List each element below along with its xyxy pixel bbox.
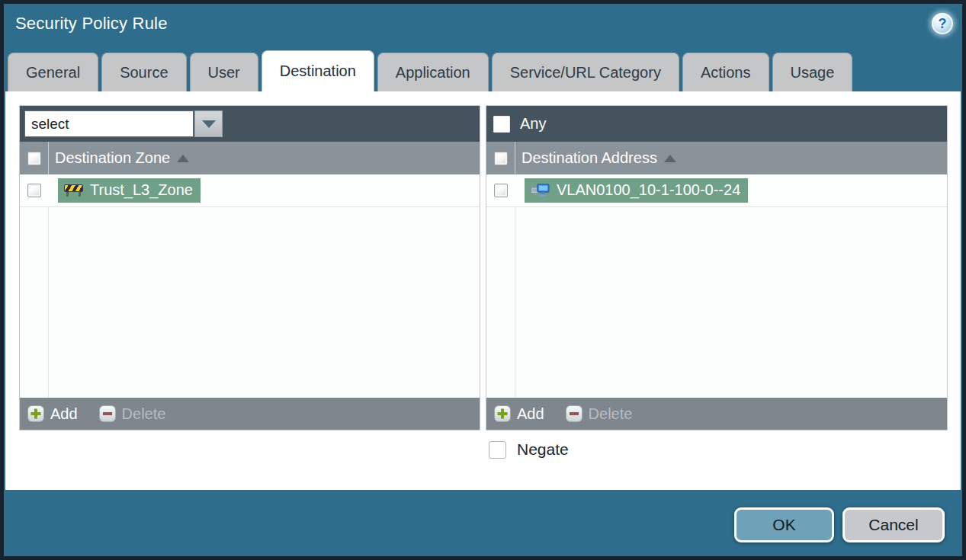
tab-usage[interactable]: Usage bbox=[772, 53, 853, 91]
table-row[interactable]: Trust_L3_Zone bbox=[20, 174, 480, 207]
address-name: VLAN0100_10-1-100-0--24 bbox=[557, 181, 740, 199]
delete-label: Delete bbox=[589, 405, 633, 423]
dropdown-arrow-glyph bbox=[202, 120, 216, 128]
minus-icon bbox=[566, 405, 582, 422]
minus-icon bbox=[99, 405, 116, 422]
column-divider bbox=[515, 174, 515, 398]
zone-table-body: Trust_L3_Zone bbox=[20, 174, 480, 398]
question-mark-glyph: ? bbox=[939, 17, 947, 30]
zone-column-header: Destination Zone bbox=[20, 142, 480, 174]
tab-source[interactable]: Source bbox=[101, 53, 186, 91]
cancel-button[interactable]: Cancel bbox=[842, 507, 945, 542]
any-row: Any bbox=[486, 115, 546, 133]
add-label: Add bbox=[50, 405, 78, 423]
destination-zone-panel: Destination Zone Trust_L3_Zone Add bbox=[19, 105, 480, 430]
column-header-destination-address[interactable]: Destination Address bbox=[522, 149, 657, 167]
destination-address-panel: Any Destination Address bbox=[486, 105, 948, 430]
address-panel-footer: Add Delete bbox=[486, 398, 947, 430]
zone-panel-footer: Add Delete bbox=[20, 398, 480, 430]
negate-label: Negate bbox=[517, 440, 569, 459]
zone-name: Trust_L3_Zone bbox=[90, 181, 193, 199]
zone-chip[interactable]: Trust_L3_Zone bbox=[58, 178, 201, 203]
help-icon[interactable]: ? bbox=[932, 13, 953, 34]
add-zone-button[interactable]: Add bbox=[27, 405, 78, 423]
security-policy-rule-dialog: Security Policy Rule ? General Source Us… bbox=[0, 0, 966, 560]
zone-select-combo bbox=[24, 110, 223, 137]
column-divider bbox=[48, 142, 49, 174]
zone-select-input[interactable] bbox=[24, 110, 194, 137]
address-panel-header: Any bbox=[486, 106, 947, 142]
plus-icon bbox=[27, 405, 44, 422]
address-table-body: VLAN0100_10-1-100-0--24 bbox=[486, 174, 947, 398]
add-label: Add bbox=[517, 405, 544, 423]
sort-ascending-icon[interactable] bbox=[664, 155, 676, 162]
any-checkbox[interactable] bbox=[493, 116, 510, 133]
zone-panel-header bbox=[20, 106, 480, 142]
column-header-destination-zone[interactable]: Destination Zone bbox=[55, 149, 170, 167]
tab-user[interactable]: User bbox=[190, 53, 258, 91]
page-title: Security Policy Rule bbox=[15, 14, 168, 34]
plus-icon bbox=[494, 405, 511, 422]
negate-checkbox[interactable] bbox=[489, 441, 506, 459]
any-label: Any bbox=[520, 115, 546, 133]
tab-general[interactable]: General bbox=[8, 53, 98, 91]
table-row[interactable]: VLAN0100_10-1-100-0--24 bbox=[486, 174, 947, 207]
delete-address-button[interactable]: Delete bbox=[566, 405, 633, 423]
tab-application[interactable]: Application bbox=[377, 53, 489, 91]
column-divider bbox=[48, 174, 49, 398]
tab-actions[interactable]: Actions bbox=[682, 53, 769, 91]
delete-label: Delete bbox=[122, 405, 166, 423]
address-chip[interactable]: VLAN0100_10-1-100-0--24 bbox=[525, 178, 748, 203]
sort-ascending-icon[interactable] bbox=[177, 155, 189, 162]
network-address-icon bbox=[531, 183, 550, 197]
zone-icon bbox=[64, 184, 83, 197]
tab-bar: General Source User Destination Applicat… bbox=[8, 50, 852, 91]
add-address-button[interactable]: Add bbox=[494, 405, 544, 423]
row-checkbox[interactable] bbox=[494, 184, 508, 197]
tab-service-url-category[interactable]: Service/URL Category bbox=[492, 53, 679, 91]
ok-button[interactable]: OK bbox=[734, 507, 834, 542]
column-divider bbox=[515, 142, 515, 174]
select-all-zones-checkbox[interactable] bbox=[27, 152, 41, 165]
chevron-down-icon[interactable] bbox=[194, 110, 223, 137]
row-checkbox[interactable] bbox=[27, 184, 41, 197]
destination-tab-content: Destination Zone Trust_L3_Zone Add bbox=[5, 91, 961, 490]
address-column-header: Destination Address bbox=[486, 142, 947, 174]
tab-destination[interactable]: Destination bbox=[262, 50, 374, 91]
negate-option: Negate bbox=[489, 440, 569, 459]
select-all-addresses-checkbox[interactable] bbox=[494, 152, 508, 165]
delete-zone-button[interactable]: Delete bbox=[99, 405, 166, 423]
